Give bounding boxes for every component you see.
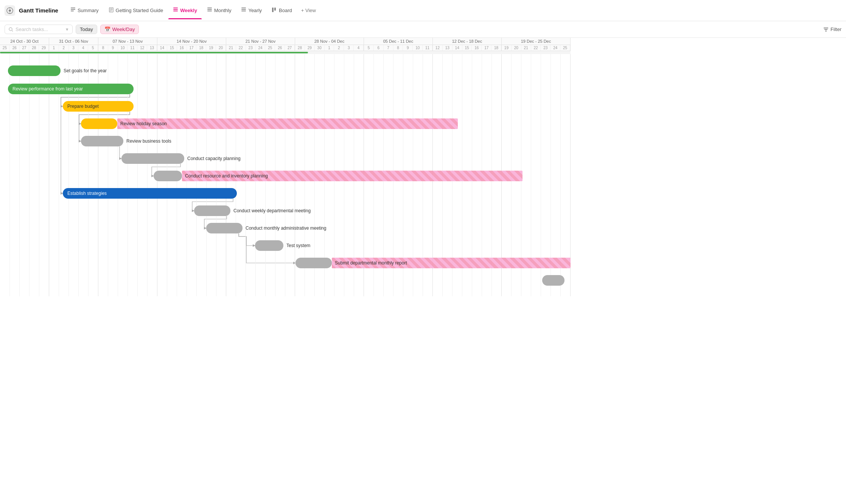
day-label-3-6: 20 bbox=[216, 45, 226, 51]
day-label-6-2: 7 bbox=[384, 45, 393, 51]
day-label-8-5: 24 bbox=[551, 45, 560, 51]
tab-getting-started-label: Getting Started Guide bbox=[116, 8, 163, 13]
day-label-4-4: 25 bbox=[265, 45, 275, 51]
day-label-6-4: 9 bbox=[403, 45, 413, 51]
task-bar-9[interactable] bbox=[194, 205, 230, 216]
task-bar-3[interactable]: Prepare budget bbox=[63, 101, 134, 112]
day-label-0-3: 28 bbox=[29, 45, 39, 51]
day-label-5-6: 4 bbox=[354, 45, 364, 51]
week-group-6: 05 Dec - 11 Dec567891011 bbox=[364, 38, 433, 51]
task-stripe-4 bbox=[117, 118, 458, 129]
day-label-5-0: 28 bbox=[295, 45, 305, 51]
day-label-6-3: 8 bbox=[393, 45, 403, 51]
task-label-1: Set goals for the year bbox=[64, 65, 107, 76]
add-view-button[interactable]: + View bbox=[297, 5, 320, 16]
task-bar-8[interactable]: Establish strategies bbox=[63, 188, 237, 199]
task-bar-6[interactable] bbox=[121, 153, 184, 164]
day-label-7-5: 17 bbox=[482, 45, 491, 51]
day-label-7-0: 12 bbox=[433, 45, 443, 51]
search-dropdown-icon: ▾ bbox=[66, 26, 68, 32]
day-label-7-1: 13 bbox=[443, 45, 453, 51]
task-label-9: Conduct weekly departmental meeting bbox=[233, 205, 311, 216]
task-bar-1[interactable] bbox=[8, 65, 61, 76]
task-label-12: Submit departmental monthly report bbox=[335, 258, 407, 268]
tab-board[interactable]: Board bbox=[267, 5, 297, 16]
day-label-8-4: 23 bbox=[541, 45, 551, 51]
task-bar-7[interactable] bbox=[154, 171, 182, 181]
day-label-5-4: 2 bbox=[334, 45, 344, 51]
day-label-3-0: 14 bbox=[157, 45, 167, 51]
task-bar-2[interactable]: Review performance from last year bbox=[8, 84, 134, 94]
gantt-rows: Set goals for the yearReview performance… bbox=[0, 54, 571, 296]
day-label-7-4: 16 bbox=[472, 45, 482, 51]
week-label-8: 19 Dec - 25 Dec bbox=[502, 38, 570, 45]
svg-rect-15 bbox=[207, 9, 212, 10]
svg-rect-21 bbox=[274, 8, 276, 11]
day-label-5-3: 1 bbox=[325, 45, 334, 51]
task-label-7: Conduct resource and inventory planning bbox=[185, 171, 268, 181]
tab-summary-label: Summary bbox=[78, 8, 99, 13]
day-label-0-0: 25 bbox=[0, 45, 10, 51]
today-button[interactable]: Today bbox=[76, 25, 97, 34]
task-bar-11[interactable] bbox=[255, 240, 283, 251]
app-icon bbox=[5, 5, 15, 16]
tab-yearly[interactable]: Yearly bbox=[236, 5, 266, 16]
week-day-button[interactable]: 📅 Week/Day bbox=[100, 25, 139, 34]
col-grid-line bbox=[147, 54, 148, 296]
day-label-2-1: 9 bbox=[108, 45, 118, 51]
day-label-4-3: 24 bbox=[256, 45, 266, 51]
task-label-6: Conduct capacity planning bbox=[187, 153, 241, 164]
timeline-wrapper[interactable]: 24 Oct - 30 Oct252627282931 Oct - 06 Nov… bbox=[0, 38, 846, 504]
task-label-11: Test system bbox=[286, 240, 310, 251]
day-label-8-3: 22 bbox=[531, 45, 541, 51]
day-label-4-2: 23 bbox=[246, 45, 256, 51]
day-label-8-1: 20 bbox=[512, 45, 521, 51]
day-label-6-5: 10 bbox=[413, 45, 423, 51]
week-headers: 24 Oct - 30 Oct252627282931 Oct - 06 Nov… bbox=[0, 38, 571, 51]
week-group-3: 14 Nov - 20 Nov14151617181920 bbox=[157, 38, 226, 51]
filter-button[interactable]: Filter bbox=[823, 26, 841, 32]
week-group-1: 31 Oct - 06 Nov12345 bbox=[49, 38, 98, 51]
col-grid-line bbox=[137, 54, 138, 296]
week-group-7: 12 Dec - 18 Dec12131415161718 bbox=[433, 38, 502, 51]
task-bar-10[interactable] bbox=[206, 223, 243, 233]
task-label-4: Review holiday season bbox=[120, 118, 167, 129]
week-label-7: 12 Dec - 18 Dec bbox=[433, 38, 501, 45]
weekly-icon bbox=[173, 7, 178, 14]
tab-summary[interactable]: Summary bbox=[66, 5, 103, 16]
task-bar-4[interactable] bbox=[81, 118, 117, 129]
tab-getting-started[interactable]: Getting Started Guide bbox=[104, 5, 168, 16]
yearly-icon bbox=[241, 7, 246, 14]
monthly-icon bbox=[207, 7, 212, 14]
day-label-8-2: 21 bbox=[521, 45, 531, 51]
task-bar-12[interactable] bbox=[295, 258, 332, 268]
task-bar-13[interactable] bbox=[542, 275, 565, 286]
day-label-2-4: 12 bbox=[137, 45, 147, 51]
week-label-0: 24 Oct - 30 Oct bbox=[0, 38, 49, 45]
svg-rect-14 bbox=[207, 8, 212, 8]
tab-weekly[interactable]: Weekly bbox=[168, 5, 202, 16]
tab-monthly[interactable]: Monthly bbox=[202, 5, 236, 16]
day-label-0-2: 27 bbox=[20, 45, 30, 51]
search-box[interactable]: Search tasks... ▾ bbox=[5, 25, 73, 34]
day-label-1-2: 3 bbox=[69, 45, 79, 51]
week-label-2: 07 Nov - 13 Nov bbox=[98, 38, 157, 45]
nav-tabs: Summary Getting Started Guide Weekly Mon… bbox=[66, 5, 841, 16]
day-label-6-6: 11 bbox=[423, 45, 432, 51]
calendar-icon: 📅 bbox=[104, 26, 110, 32]
day-label-4-5: 26 bbox=[275, 45, 285, 51]
week-label-6: 05 Dec - 11 Dec bbox=[364, 38, 432, 45]
svg-rect-18 bbox=[241, 9, 246, 10]
day-label-3-1: 15 bbox=[167, 45, 177, 51]
day-label-3-4: 18 bbox=[196, 45, 206, 51]
week-group-2: 07 Nov - 13 Nov8910111213 bbox=[98, 38, 157, 51]
day-label-2-2: 10 bbox=[118, 45, 128, 51]
day-label-0-1: 26 bbox=[10, 45, 20, 51]
add-view-label: + View bbox=[301, 8, 316, 13]
task-bar-5[interactable] bbox=[81, 136, 123, 146]
day-label-7-2: 14 bbox=[453, 45, 462, 51]
svg-rect-11 bbox=[173, 8, 178, 8]
week-label-4: 21 Nov - 27 Nov bbox=[226, 38, 295, 45]
svg-line-23 bbox=[12, 30, 13, 31]
day-label-1-0: 1 bbox=[49, 45, 59, 51]
